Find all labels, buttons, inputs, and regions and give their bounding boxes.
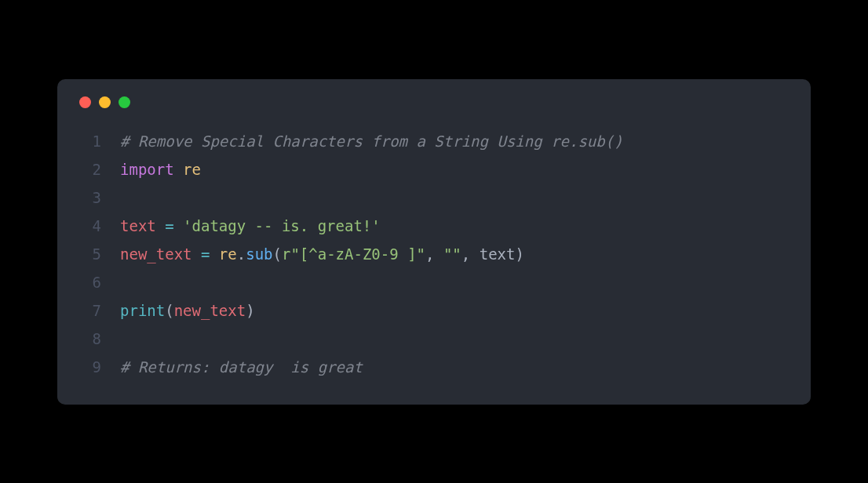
module-token: re [183, 161, 201, 178]
comment-token: # Returns: datagy is great [120, 358, 363, 376]
string-token: "" [443, 245, 461, 263]
operator-token: = [165, 217, 173, 234]
line-content: # Returns: datagy is great [120, 353, 363, 381]
variable-token: new_text [120, 245, 201, 263]
code-area[interactable]: 1 # Remove Special Characters from a Str… [78, 127, 790, 381]
comment-token: # Remove Special Characters from a Strin… [120, 133, 623, 150]
line-number: 6 [78, 268, 101, 296]
line-number: 1 [78, 127, 101, 155]
code-line: 5 new_text = re.sub(r"[^a-zA-Z0-9 ]", ""… [78, 240, 790, 268]
line-number: 7 [78, 296, 101, 325]
line-content: print(new_text) [120, 296, 255, 325]
minimize-icon[interactable] [99, 96, 111, 108]
punct-token: ) [246, 302, 254, 319]
line-number: 9 [78, 353, 101, 381]
line-number: 4 [78, 212, 101, 240]
line-content: import re [120, 155, 201, 183]
code-line: 7 print(new_text) [78, 296, 790, 325]
line-number: 3 [78, 183, 101, 212]
operator-token: = [201, 245, 210, 263]
line-number: 5 [78, 240, 101, 268]
string-token: r"[^a-zA-Z0-9 ]" [282, 245, 425, 263]
function-token: sub [246, 245, 272, 263]
line-content: # Remove Special Characters from a Strin… [120, 127, 623, 155]
line-number: 2 [78, 155, 101, 183]
module-token: re [219, 245, 237, 263]
punct-token: , [461, 245, 480, 263]
punct-token: ) [515, 245, 523, 263]
punct-token: , [425, 245, 443, 263]
param-token: text [480, 245, 516, 263]
space-token [210, 245, 218, 263]
code-line: 1 # Remove Special Characters from a Str… [78, 127, 790, 155]
line-number: 8 [78, 325, 101, 353]
code-line: 2 import re [78, 155, 790, 183]
builtin-token: print [120, 302, 165, 319]
close-icon[interactable] [79, 96, 91, 108]
line-content: new_text = re.sub(r"[^a-zA-Z0-9 ]", "", … [120, 240, 524, 268]
zoom-icon[interactable] [119, 96, 130, 108]
keyword-token: import [120, 161, 174, 178]
code-line: 3 [78, 183, 790, 212]
code-window: 1 # Remove Special Characters from a Str… [57, 79, 811, 405]
window-controls [78, 96, 790, 108]
line-content: text = 'datagy -- is. great!' [120, 212, 381, 240]
code-line: 9 # Returns: datagy is great [78, 353, 790, 381]
punct-token: ( [165, 302, 173, 319]
punct-token: ( [273, 245, 282, 263]
code-line: 6 [78, 268, 790, 296]
punct-token: . [237, 245, 246, 263]
variable-token: new_text [174, 302, 246, 319]
string-token: 'datagy -- is. great!' [174, 217, 381, 234]
variable-token: text [120, 217, 165, 234]
code-line: 8 [78, 325, 790, 353]
code-line: 4 text = 'datagy -- is. great!' [78, 212, 790, 240]
